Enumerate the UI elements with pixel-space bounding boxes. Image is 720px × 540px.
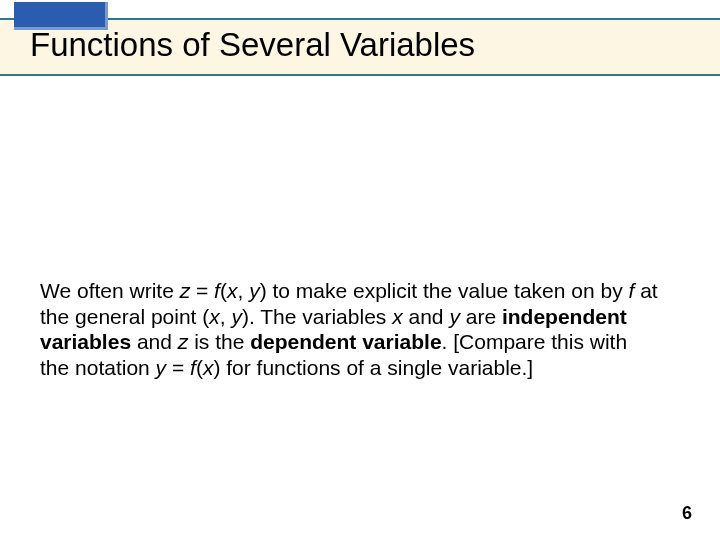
text: are bbox=[460, 305, 502, 328]
body-paragraph: We often write z = f(x, y) to make expli… bbox=[40, 278, 660, 380]
var-z: z bbox=[180, 279, 191, 302]
var-x: x bbox=[392, 305, 403, 328]
text: We often write bbox=[40, 279, 180, 302]
var-x: x bbox=[209, 305, 220, 328]
page-number: 6 bbox=[682, 503, 692, 524]
var-z: z bbox=[178, 330, 189, 353]
var-y: y bbox=[231, 305, 242, 328]
text: = bbox=[190, 279, 214, 302]
text: = bbox=[166, 356, 190, 379]
text: is the bbox=[188, 330, 250, 353]
text: ). The variables bbox=[242, 305, 392, 328]
var-x: x bbox=[227, 279, 238, 302]
text: and bbox=[131, 330, 178, 353]
text: , bbox=[237, 279, 249, 302]
var-y: y bbox=[449, 305, 460, 328]
bold-dependent: dependent variable bbox=[250, 330, 441, 353]
text: ) for functions of a single variable.] bbox=[213, 356, 533, 379]
text: , bbox=[220, 305, 232, 328]
text: ) to make explicit the value taken on by bbox=[260, 279, 629, 302]
slide-title: Functions of Several Variables bbox=[30, 26, 475, 64]
var-x: x bbox=[203, 356, 214, 379]
text: and bbox=[403, 305, 450, 328]
text: ( bbox=[196, 356, 203, 379]
var-y: y bbox=[249, 279, 260, 302]
var-y: y bbox=[156, 356, 167, 379]
text: ( bbox=[220, 279, 227, 302]
